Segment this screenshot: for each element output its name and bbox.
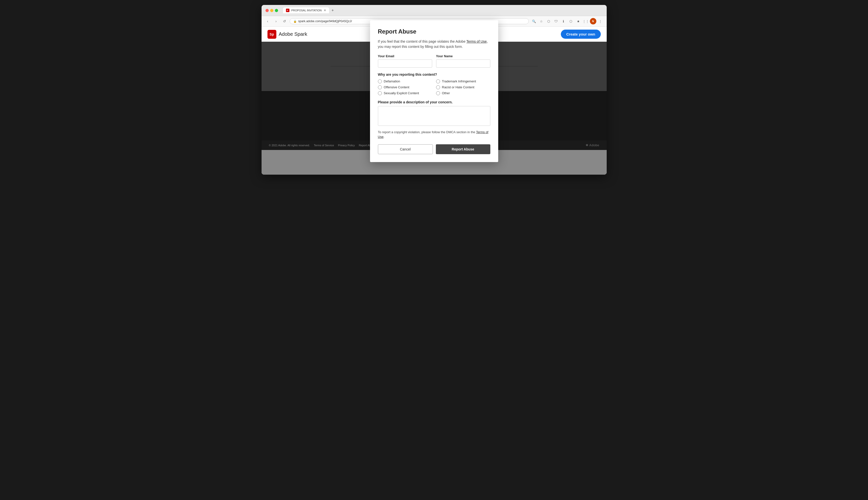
tab-bar: P PROPOSAL INVITATION ✕ +: [283, 8, 603, 13]
app-name: Adobe Spark: [279, 31, 307, 37]
name-label: Your Name: [436, 54, 490, 58]
forward-button[interactable]: ›: [273, 18, 279, 24]
extension-icon3[interactable]: ⬡: [568, 18, 574, 24]
email-field-group: Your Email: [378, 54, 432, 68]
footer-copyright: © 2021 Adobe. All rights reserved.: [269, 144, 310, 147]
tab-title: PROPOSAL INVITATION: [291, 9, 322, 12]
email-input[interactable]: [378, 59, 432, 68]
create-your-own-button[interactable]: Create your own: [561, 30, 601, 39]
close-window-button[interactable]: [266, 9, 269, 12]
radio-defamation[interactable]: [378, 79, 382, 83]
zoom-icon[interactable]: 🔍: [531, 18, 537, 24]
radio-trademark[interactable]: [436, 79, 440, 83]
footer-adobe-logo: ❖ Adobe: [586, 143, 599, 147]
why-reporting-label: Why are you reporting this content?: [378, 72, 490, 77]
app-logo: Sp Adobe Spark: [268, 30, 307, 39]
modal-title: Report Abuse: [378, 28, 490, 35]
description-text1: If you feel that the content of this pag…: [378, 39, 466, 43]
footer-left: © 2021 Adobe. All rights reserved. Terms…: [269, 144, 375, 147]
extension-icon4[interactable]: ★: [575, 18, 582, 24]
active-tab[interactable]: P PROPOSAL INVITATION ✕: [283, 8, 329, 13]
menu-icon[interactable]: ⋮: [597, 18, 604, 24]
page-content: Sp Adobe Spark Create your own Report Ab…: [261, 27, 607, 175]
back-button[interactable]: ‹: [265, 18, 271, 24]
radio-trademark-label: Trademark Infringement: [442, 79, 476, 83]
concern-textarea[interactable]: [378, 106, 490, 126]
radio-racist[interactable]: [436, 86, 440, 89]
url-text: spark.adobe.com/page/949dQjP0A5QzJ/: [298, 20, 352, 23]
name-field-group: Your Name: [436, 54, 490, 68]
extensions-icon[interactable]: ⋮⋮: [583, 18, 589, 24]
adobe-spark-logo-icon: Sp: [268, 30, 276, 39]
form-row-email-name: Your Email Your Name: [378, 54, 490, 68]
email-label: Your Email: [378, 54, 432, 58]
radio-sexually-explicit[interactable]: [378, 91, 382, 95]
modal-description: If you feel that the content of this pag…: [378, 39, 490, 49]
user-avatar[interactable]: N: [590, 18, 596, 24]
copyright-note: To report a copyright violation, please …: [378, 130, 490, 139]
cancel-button[interactable]: Cancel: [378, 144, 433, 154]
radio-other[interactable]: [436, 91, 440, 95]
traffic-lights: [266, 9, 278, 12]
modal-overlay: Report Abuse If you feel that the conten…: [261, 42, 607, 140]
concern-label: Please provide a description of your con…: [378, 100, 490, 104]
content-area: Report Abuse If you feel that the conten…: [261, 42, 607, 140]
report-abuse-button[interactable]: Report Abuse: [436, 144, 490, 154]
radio-offensive[interactable]: [378, 86, 382, 89]
footer-privacy-link[interactable]: Privacy Policy: [338, 144, 355, 147]
radio-sexually-explicit-label: Sexually Explicit Content: [384, 91, 419, 95]
copyright-text2: .: [384, 135, 385, 139]
tab-favicon-icon: P: [286, 9, 290, 12]
tab-close-button[interactable]: ✕: [324, 9, 326, 12]
bookmark-icon[interactable]: ☆: [538, 18, 544, 24]
minimize-window-button[interactable]: [270, 9, 273, 12]
radio-defamation-label: Defamation: [384, 79, 400, 83]
radio-racist-label: Racist or Hate Content: [442, 86, 474, 89]
radio-option-sexually-explicit[interactable]: Sexually Explicit Content: [378, 91, 432, 95]
radio-option-offensive[interactable]: Offensive Content: [378, 86, 432, 89]
name-input[interactable]: [436, 59, 490, 68]
description-text2: you may report this content by filling o…: [378, 45, 463, 49]
terms-of-use-link[interactable]: Terms of Use,: [466, 39, 488, 43]
extension-icon1[interactable]: ⬡: [546, 18, 552, 24]
radio-option-racist[interactable]: Racist or Hate Content: [436, 86, 490, 89]
toolbar-icons: 🔍 ☆ ⬡ 🛡 ℹ ⬡ ★ ⋮⋮ N ⋮: [531, 18, 604, 24]
copyright-text1: To report a copyright violation, please …: [378, 130, 476, 134]
radio-option-other[interactable]: Other: [436, 91, 490, 95]
radio-option-trademark[interactable]: Trademark Infringement: [436, 79, 490, 83]
radio-offensive-label: Offensive Content: [384, 86, 410, 89]
footer-terms-link[interactable]: Terms of Service: [314, 144, 334, 147]
radio-other-label: Other: [442, 91, 450, 95]
maximize-window-button[interactable]: [275, 9, 278, 12]
browser-titlebar: P PROPOSAL INVITATION ✕ +: [261, 5, 607, 16]
report-abuse-modal: Report Abuse If you feel that the conten…: [370, 20, 498, 162]
radio-option-defamation[interactable]: Defamation: [378, 79, 432, 83]
radio-options-grid: Defamation Trademark Infringement Offens…: [378, 79, 490, 95]
modal-actions: Cancel Report Abuse: [378, 144, 490, 154]
info-icon[interactable]: ℹ: [560, 18, 567, 24]
browser-window: P PROPOSAL INVITATION ✕ + ‹ › ↺ 🔒 spark.…: [261, 5, 607, 175]
lock-icon: 🔒: [293, 20, 297, 23]
new-tab-button[interactable]: +: [330, 8, 335, 13]
reload-button[interactable]: ↺: [281, 18, 288, 24]
extension-icon2[interactable]: 🛡: [553, 18, 559, 24]
